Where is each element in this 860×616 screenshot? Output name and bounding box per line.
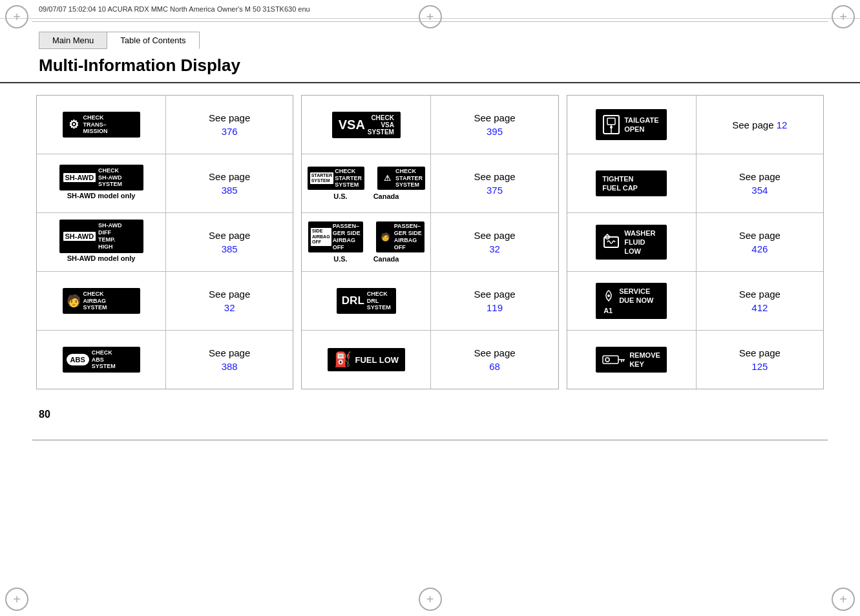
page-num-68: 68 xyxy=(489,361,500,372)
starter-us-canada-row: STARTERSYSTEM CHECKSTARTERSYSTEM ⚠ CHECK… xyxy=(308,167,425,190)
page-title: Multi-Information Display xyxy=(0,52,860,83)
icon-check-starter: STARTERSYSTEM CHECKSTARTERSYSTEM ⚠ CHECK… xyxy=(302,154,431,212)
airbag-canada-text: PASSEN–GER SIDEAIRBAGOFF xyxy=(394,223,422,251)
badge-remove-key: REMOVEKEY xyxy=(596,347,667,373)
badge-tighten-fuel-cap: TIGHTENFUEL CAP xyxy=(596,170,667,197)
row-sh-awd-diff: SH-AWD SH-AWDDIFFTEMP.HIGH SH-AWD model … xyxy=(37,213,293,272)
badge-vsa: VSA CHECK VSA SYSTEM xyxy=(332,112,401,138)
page-num-12: 12 xyxy=(777,119,788,130)
note-sh-awd-2: SH-AWD model only xyxy=(67,253,136,265)
sh-awd-label-2: SH-AWD xyxy=(63,232,96,241)
page-washer-fluid-low: See page426 xyxy=(697,223,823,261)
page-check-sh-awd: See page385 xyxy=(166,165,293,202)
reg-mark-tc xyxy=(419,5,442,28)
page-number: 80 xyxy=(39,409,50,420)
table-of-contents-button[interactable]: Table of Contents xyxy=(107,32,199,49)
column-3: TAILGATEOPEN See page 12 TIGHTENFUEL CAP… xyxy=(567,95,824,389)
note-sh-awd-1: SH-AWD model only xyxy=(67,190,136,202)
page-num-119: 119 xyxy=(487,302,503,313)
us-canada-labels-1: U.S. Canada xyxy=(333,192,399,200)
airbag-us-text: PASSEN–GER SIDEAIRBAGOFF xyxy=(333,223,361,251)
page-check-starter: See page375 xyxy=(431,165,558,202)
page-check-abs: See page388 xyxy=(166,341,293,378)
mini-badge-airbag-canada: 🧑 PASSEN–GER SIDEAIRBAGOFF xyxy=(376,221,425,252)
vsa-sys: VSA xyxy=(368,121,394,128)
svg-point-3 xyxy=(610,126,613,128)
page-num-375: 375 xyxy=(487,185,503,196)
starter-group: STARTERSYSTEM CHECKSTARTERSYSTEM ⚠ CHECK… xyxy=(308,167,425,200)
column-1: ⚙ CHECKTRANS–MISSION See page376 SH-AWD … xyxy=(36,95,293,389)
airbag-us-canada-row: SIDEAIRBAGOFF PASSEN–GER SIDEAIRBAGOFF 🧑… xyxy=(308,221,425,252)
page-check-airbag: See page32 xyxy=(166,282,293,320)
page-passenger-airbag: See page32 xyxy=(431,223,558,261)
page-tailgate-open: See page 12 xyxy=(697,113,823,137)
main-content: ⚙ CHECKTRANS–MISSION See page376 SH-AWD … xyxy=(0,95,860,389)
drl-letters: DRL xyxy=(342,294,364,307)
fuel-low-text: FUEL LOW xyxy=(355,355,399,365)
page-footer: 80 xyxy=(0,389,860,440)
icon-fuel-low: ⛽ FUEL LOW xyxy=(302,331,431,389)
row-check-vsa: VSA CHECK VSA SYSTEM See page395 xyxy=(302,96,558,154)
badge-washer-fluid-low: WASHERFLUIDLOW xyxy=(596,225,667,260)
icon-remove-key: REMOVEKEY xyxy=(567,331,697,389)
badge-check-trans: ⚙ CHECKTRANS–MISSION xyxy=(63,112,140,138)
page-fuel-low: See page68 xyxy=(431,341,558,378)
bottom-rule xyxy=(32,440,828,440)
mini-badge-starter-canada: ⚠ CHECKSTARTERSYSTEM xyxy=(377,167,425,190)
badge-check-abs: ABS CHECKABSSYSTEM xyxy=(63,347,140,373)
mini-badge-starter-us: STARTERSYSTEM CHECKSTARTERSYSTEM xyxy=(308,167,364,190)
row-remove-key: REMOVEKEY See page125 xyxy=(567,331,823,389)
key-icon xyxy=(602,353,625,366)
reg-mark-bc xyxy=(419,588,442,611)
mini-badge-airbag-us: SIDEAIRBAGOFF PASSEN–GER SIDEAIRBAGOFF xyxy=(308,221,363,252)
label-us-2: U.S. xyxy=(333,255,347,263)
row-check-starter: STARTERSYSTEM CHECKSTARTERSYSTEM ⚠ CHECK… xyxy=(302,154,558,213)
icon-service-due-now: SERVICEDUE NOW A1 xyxy=(567,272,697,330)
badge-check-airbag: 🧑 CHECKAIRBAGSYSTEM xyxy=(63,288,140,314)
starter-canada-icon: ⚠ xyxy=(380,174,394,183)
badge-vsa-small: CHECK VSA SYSTEM xyxy=(368,114,394,136)
page-num-376: 376 xyxy=(222,126,238,137)
row-check-drl: DRL CHECK DRL SYSTEM See page119 xyxy=(302,272,558,331)
icon-check-sh-awd: SH-AWD CHECKSH-AWDSYSTEM SH-AWD model on… xyxy=(37,154,166,212)
badge-airbag-text: CHECKAIRBAGSYSTEM xyxy=(83,291,107,311)
badge-check-trans-text: CHECKTRANS–MISSION xyxy=(83,114,108,135)
page-num-426: 426 xyxy=(751,243,768,254)
vsa-check: CHECK xyxy=(368,114,394,121)
row-tighten-fuel-cap: TIGHTENFUEL CAP See page354 xyxy=(567,154,823,213)
page-check-trans: See page376 xyxy=(166,106,293,143)
column-2: VSA CHECK VSA SYSTEM See page395 xyxy=(301,95,558,389)
see-page-label: See page376 xyxy=(209,111,250,138)
page-check-vsa: See page395 xyxy=(431,106,558,143)
main-menu-button[interactable]: Main Menu xyxy=(39,32,107,49)
icon-check-trans: ⚙ CHECKTRANS–MISSION xyxy=(37,96,166,154)
page-num-32a: 32 xyxy=(224,302,235,313)
row-service-due-now: SERVICEDUE NOW A1 See page412 xyxy=(567,272,823,331)
starter-us: STARTERSYSTEM CHECKSTARTERSYSTEM xyxy=(308,167,364,190)
starter-canada-text: CHECKSTARTERSYSTEM xyxy=(395,168,423,189)
row-check-sh-awd: SH-AWD CHECKSH-AWDSYSTEM SH-AWD model on… xyxy=(37,154,293,213)
drl-system: SYSTEM xyxy=(367,304,391,311)
icon-check-airbag: 🧑 CHECKAIRBAGSYSTEM xyxy=(37,272,166,330)
airbag-canada: 🧑 PASSEN–GER SIDEAIRBAGOFF xyxy=(376,221,425,252)
page-sh-awd-diff: See page385 xyxy=(166,223,293,261)
reg-mark-tr xyxy=(832,5,855,28)
badge-sh-awd-diff: SH-AWD SH-AWDDIFFTEMP.HIGH xyxy=(59,220,143,252)
icon-passenger-airbag: SIDEAIRBAGOFF PASSEN–GER SIDEAIRBAGOFF 🧑… xyxy=(302,213,431,271)
starter-us-text: CHECKSTARTERSYSTEM xyxy=(335,168,362,189)
row-fuel-low: ⛽ FUEL LOW See page68 xyxy=(302,331,558,389)
page-num-395: 395 xyxy=(487,126,503,137)
page-num-388: 388 xyxy=(222,361,238,372)
page-num-385a: 385 xyxy=(222,185,238,196)
label-us-1: U.S. xyxy=(333,192,347,200)
tailgate-text: TAILGATEOPEN xyxy=(624,116,658,134)
airbag-us: SIDEAIRBAGOFF PASSEN–GER SIDEAIRBAGOFF xyxy=(308,221,363,252)
columns-container: ⚙ CHECKTRANS–MISSION See page376 SH-AWD … xyxy=(32,95,828,389)
washer-text: WASHERFLUIDLOW xyxy=(624,229,655,256)
reg-mark-br xyxy=(832,588,855,611)
badge-fuel-low: ⛽ FUEL LOW xyxy=(328,348,406,371)
row-passenger-airbag: SIDEAIRBAGOFF PASSEN–GER SIDEAIRBAGOFF 🧑… xyxy=(302,213,558,272)
icon-check-abs: ABS CHECKABSSYSTEM xyxy=(37,331,166,389)
icon-check-vsa: VSA CHECK VSA SYSTEM xyxy=(302,96,431,154)
nav-buttons: Main Menu Table of Contents xyxy=(0,25,860,52)
